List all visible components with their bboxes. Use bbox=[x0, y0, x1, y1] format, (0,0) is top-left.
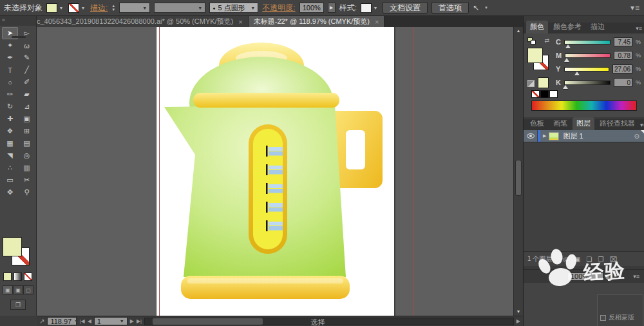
slider-handle[interactable] bbox=[563, 85, 568, 89]
fill-proxy-swatch[interactable] bbox=[527, 48, 543, 63]
tab-close-icon[interactable]: × bbox=[238, 18, 242, 26]
eraser-tool[interactable]: ▰ bbox=[19, 88, 35, 101]
pen-tool[interactable]: ✒ bbox=[2, 52, 18, 64]
tab-close-icon[interactable]: × bbox=[375, 18, 379, 26]
slice-tool[interactable]: ✂ bbox=[19, 174, 35, 186]
stroke-none-swatch[interactable] bbox=[68, 3, 79, 13]
channel-value-Y[interactable]: 27.06 bbox=[612, 64, 632, 73]
draw-normal-button[interactable]: ▣ bbox=[3, 285, 13, 294]
channel-slider-Y[interactable] bbox=[564, 67, 609, 72]
delete-layer-icon[interactable]: ⌧ bbox=[609, 256, 617, 263]
color-panel-tab-颜色[interactable]: 颜色 bbox=[526, 21, 548, 34]
layers-panel-tab-路径查找器[interactable]: 路径查找器 bbox=[596, 117, 639, 130]
zoom-tool[interactable]: ⚲ bbox=[19, 186, 35, 198]
artboard[interactable] bbox=[156, 27, 394, 316]
layer-row[interactable]: ▶ 图层 1 ⊙ bbox=[524, 130, 644, 142]
gradient-tool[interactable]: ▤ bbox=[19, 137, 35, 149]
transparency-opacity-input[interactable]: 100% bbox=[567, 273, 603, 281]
channel-value-K[interactable]: 0 bbox=[614, 78, 632, 87]
artboard-tool[interactable]: ▭ bbox=[2, 174, 18, 186]
draw-inside-button[interactable]: ▢ bbox=[23, 285, 33, 294]
last-artboard-icon[interactable]: ▶| bbox=[137, 318, 142, 324]
rotate-tool[interactable]: ↻ bbox=[2, 101, 18, 113]
tools-panel-header[interactable]: « bbox=[0, 16, 36, 26]
width-tool[interactable]: ✚ bbox=[2, 113, 18, 125]
invert-mask-option[interactable]: 反相蒙版 bbox=[600, 313, 634, 322]
free-transform-tool[interactable]: ▣ bbox=[19, 113, 35, 125]
curvature-pen-tool[interactable]: ✎ bbox=[19, 52, 35, 64]
canvas-area[interactable] bbox=[37, 27, 513, 316]
pencil-tool[interactable]: ✏ bbox=[2, 88, 18, 101]
out-of-web-color-icon[interactable] bbox=[527, 80, 535, 87]
style-control[interactable]: ▼ bbox=[361, 3, 379, 13]
white-swatch[interactable] bbox=[549, 90, 558, 98]
scroll-up-icon[interactable]: ▲ bbox=[514, 27, 523, 35]
layer-name[interactable]: 图层 1 bbox=[563, 131, 583, 141]
none-swatch[interactable] bbox=[531, 90, 540, 98]
document-tab-2[interactable]: 未标题-22* @ 118.97% (CMYK/预览)× bbox=[249, 16, 385, 27]
vertical-scroll-thumb[interactable] bbox=[515, 160, 522, 196]
tools-panel-grip[interactable] bbox=[12, 36, 26, 38]
layers-empty-area[interactable] bbox=[524, 142, 644, 252]
make-clipping-mask-icon[interactable]: ▣ bbox=[574, 256, 580, 263]
shape-builder-tool[interactable]: ❖ bbox=[2, 125, 18, 137]
slider-handle[interactable] bbox=[564, 58, 569, 62]
variable-width-select[interactable]: ▼ bbox=[154, 3, 205, 13]
new-layer-icon[interactable]: ❐ bbox=[598, 256, 604, 263]
layer-expand-icon[interactable]: ▶ bbox=[540, 133, 549, 139]
slider-handle[interactable] bbox=[565, 44, 571, 48]
vertical-scrollbar[interactable]: ▲ ▼ bbox=[513, 27, 522, 316]
hscroll-right-icon[interactable]: ▶ bbox=[516, 318, 520, 324]
preferences-button[interactable]: 首选项 bbox=[431, 2, 469, 14]
collapse-panel-icon[interactable]: « bbox=[2, 17, 5, 23]
symbol-sprayer-tool[interactable]: ∴ bbox=[2, 162, 18, 174]
layers-panel-tab-色板[interactable]: 色板 bbox=[526, 117, 548, 130]
style-swatch[interactable] bbox=[361, 3, 372, 13]
kettle-collar-band[interactable] bbox=[193, 93, 339, 108]
invert-mask-checkbox[interactable] bbox=[600, 315, 606, 321]
zoom-level-input[interactable]: 118.97 ▼ bbox=[47, 317, 77, 325]
paint-color-button[interactable] bbox=[3, 273, 12, 281]
web-safe-color-swatch[interactable] bbox=[538, 77, 549, 88]
layer-visibility-cell[interactable] bbox=[524, 130, 538, 142]
kettle-illustration[interactable] bbox=[156, 27, 394, 316]
paint-gradient-button[interactable] bbox=[14, 273, 22, 281]
next-artboard-icon[interactable]: ▶ bbox=[130, 318, 134, 324]
stepper-up-icon[interactable]: ▲ bbox=[111, 5, 115, 8]
brush-definition-select[interactable]: ● 5 点圆形 ▼ bbox=[209, 3, 258, 13]
layers-panel-menu-icon[interactable]: ▾≡ bbox=[640, 122, 644, 128]
chevron-down-icon[interactable]: ▼ bbox=[80, 6, 86, 10]
paint-none-button[interactable] bbox=[24, 273, 32, 281]
channel-slider-M[interactable] bbox=[565, 53, 611, 58]
screen-mode-button[interactable]: ❐ bbox=[10, 300, 26, 310]
color-spectrum-bar[interactable] bbox=[531, 101, 637, 111]
horizontal-scroll-thumb[interactable] bbox=[153, 318, 263, 325]
opacity-link[interactable]: 不透明度: bbox=[262, 3, 295, 14]
eyedropper-tool[interactable]: ◥ bbox=[2, 149, 18, 162]
line-segment-tool[interactable]: ╱ bbox=[19, 64, 35, 76]
magic-wand-tool[interactable]: ✦ bbox=[2, 39, 18, 52]
slider-handle[interactable] bbox=[574, 72, 580, 75]
ellipse-tool[interactable]: ○ bbox=[2, 76, 18, 88]
stroke-weight-select[interactable]: ▼ bbox=[119, 3, 150, 13]
locate-object-icon[interactable]: ◎ bbox=[563, 256, 569, 263]
draw-behind-button[interactable]: ▣ bbox=[13, 285, 23, 294]
horizontal-scrollbar[interactable]: 选择 bbox=[144, 318, 514, 325]
paintbrush-tool[interactable]: ✐ bbox=[19, 76, 35, 88]
opacity-input[interactable]: 100% bbox=[299, 3, 324, 13]
blend-tool[interactable]: ◎ bbox=[19, 149, 35, 162]
channel-value-C[interactable]: 7.45 bbox=[614, 37, 632, 46]
layer-target-icon[interactable]: ⊙ bbox=[634, 133, 639, 140]
document-setup-button[interactable]: 文档设置 bbox=[383, 2, 428, 14]
chevron-down-icon[interactable]: ▼ bbox=[372, 6, 379, 10]
ruler-guide-right[interactable] bbox=[413, 27, 414, 316]
column-graph-tool[interactable]: ▥ bbox=[19, 162, 35, 174]
chevron-down-icon[interactable]: ▾ bbox=[483, 5, 489, 10]
color-panel-tab-颜色参考[interactable]: 颜色参考 bbox=[549, 21, 585, 34]
layer-thumbnail[interactable] bbox=[549, 132, 559, 140]
control-bar-menu-icon[interactable]: ▾≡ bbox=[630, 3, 640, 12]
launch-bridge-icon[interactable]: ↗ bbox=[39, 318, 44, 325]
cursor-options-icon[interactable]: ↖ bbox=[473, 3, 479, 12]
swap-fill-stroke-icon[interactable]: ⇄ bbox=[544, 37, 549, 44]
channel-slider-K[interactable] bbox=[564, 81, 611, 85]
